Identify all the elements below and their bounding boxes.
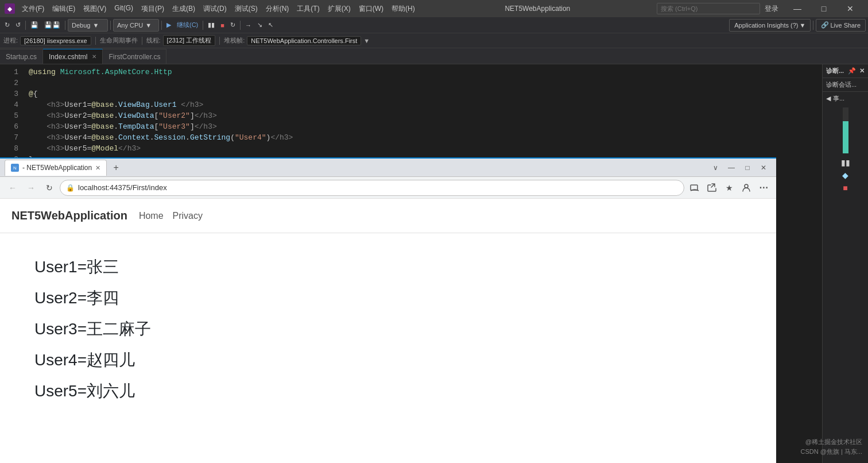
thread-value[interactable]: [2312] 工作线程 <box>163 35 216 46</box>
menu-window[interactable]: 窗口(W) <box>355 3 387 15</box>
toolbar-undo[interactable]: ↻ <box>2 19 12 32</box>
toolbar-save[interactable]: 💾 <box>28 19 41 32</box>
browser-panel: N - NET5WebApplication ✕ + ∨ — □ ✕ ← → ↻ <box>0 157 776 463</box>
menu-debug[interactable]: 调试(D) <box>200 3 230 15</box>
browser-content: NET5WebApplication Home Privacy User1=张三… <box>0 199 776 463</box>
menu-test[interactable]: 测试(S) <box>231 3 261 15</box>
browser-more-button[interactable]: ⋯ <box>755 180 772 196</box>
browser-add-tab[interactable]: + <box>109 161 123 175</box>
line-num-3: 3 <box>0 88 18 99</box>
stack-dropdown-arrow[interactable]: ▼ <box>363 37 370 44</box>
browser-address-bar[interactable]: 🔒 localhost:44375/First/index <box>60 180 684 196</box>
play-label[interactable]: 继续(C) <box>175 19 200 32</box>
tab-index[interactable]: Index.cshtml ✕ <box>43 49 103 64</box>
diag-pause-btn[interactable]: ▮▮ <box>841 158 850 167</box>
browser-share-icon[interactable] <box>704 180 720 196</box>
code-line-4: <h3>User1=@base.ViewBag.User1 </h3> <box>29 99 822 110</box>
menu-view[interactable]: 视图(V) <box>80 3 110 15</box>
browser-back-button[interactable]: ← <box>5 180 21 196</box>
webapp-nav-links: Home Privacy <box>139 211 203 221</box>
menu-help[interactable]: 帮助(H) <box>388 3 418 15</box>
sign-in-button[interactable]: 登录 <box>765 4 778 14</box>
stack-label: 堆栈帧: <box>224 36 245 45</box>
diag-diamond-btn[interactable]: ◆ <box>842 171 848 180</box>
toolbar-save-all[interactable]: 💾💾 <box>42 19 63 32</box>
code-container[interactable]: 1 2 3 4 5 6 7 8 9 @using Microsoft.AspNe… <box>0 64 822 157</box>
browser-window-controls: ∨ — □ ✕ <box>707 160 772 176</box>
stack-value[interactable]: NET5WebApplication.Controllers.First <box>247 36 361 45</box>
browser-close[interactable]: ✕ <box>755 160 772 176</box>
step-over[interactable]: → <box>243 19 254 32</box>
browser-favorite-icon[interactable]: ★ <box>721 180 737 196</box>
code-line-5: <h3>User2=@base.ViewData["User2"]</h3> <box>29 110 822 121</box>
step-into[interactable]: ↘ <box>255 19 265 32</box>
line-numbers: 1 2 3 4 5 6 7 8 9 <box>0 64 23 157</box>
code-line-7: <h3>User4=@base.Context.Session.GetStrin… <box>29 132 822 143</box>
diag-stop-btn[interactable]: ■ <box>843 183 847 192</box>
tab-startup[interactable]: Startup.cs <box>0 49 43 64</box>
menu-extensions[interactable]: 扩展(X) <box>324 3 354 15</box>
diag-bar-container <box>823 105 868 156</box>
browser-favicon: N <box>11 164 19 172</box>
diag-meter-fill <box>843 121 848 153</box>
live-share-icon: 🔗 <box>821 21 829 29</box>
tab-index-label: Index.cshtml <box>49 53 87 61</box>
browser-refresh-button[interactable]: ↻ <box>41 180 57 196</box>
line-num-8: 8 <box>0 143 18 154</box>
tab-firstcontroller[interactable]: FirstController.cs <box>103 49 166 64</box>
menu-analyze[interactable]: 分析(N) <box>262 3 293 15</box>
stop-btn[interactable]: ■ <box>218 19 227 32</box>
diag-actions: ▮▮ ◆ ■ <box>823 156 868 195</box>
close-button[interactable]: ✕ <box>837 0 863 17</box>
live-share-button[interactable]: 🔗 Live Share <box>816 19 866 32</box>
nav-privacy[interactable]: Privacy <box>173 211 203 221</box>
menu-git[interactable]: Git(G) <box>111 3 137 15</box>
browser-collapse[interactable]: ∨ <box>707 160 723 176</box>
pause-btn[interactable]: ▮▮ <box>206 19 217 32</box>
browser-minimize[interactable]: — <box>723 160 739 176</box>
minimize-button[interactable]: — <box>784 0 811 17</box>
browser-cast-icon[interactable] <box>687 180 703 196</box>
diag-expand-icon[interactable]: ◀ <box>826 95 831 102</box>
webapp-body: User1=张三 User2=李四 User3=王二麻子 User4=赵四儿 U… <box>0 233 776 434</box>
debug-mode-dropdown[interactable]: Debug ▼ <box>68 19 108 32</box>
window-controls: — □ ✕ <box>784 0 863 17</box>
vs-logo: ◆ <box>5 3 15 14</box>
menu-bar[interactable]: 文件(F) 编辑(E) 视图(V) Git(G) 项目(P) 生成(B) 调试(… <box>18 3 418 15</box>
restart-btn[interactable]: ↻ <box>228 19 238 32</box>
browser-account-icon[interactable] <box>738 180 754 196</box>
browser-tab-close[interactable]: ✕ <box>95 164 100 172</box>
continue-button[interactable]: ▶ <box>164 19 173 32</box>
tab-startup-label: Startup.cs <box>6 53 37 61</box>
browser-forward-button[interactable]: → <box>23 180 39 196</box>
maximize-button[interactable]: □ <box>811 0 837 17</box>
menu-file[interactable]: 文件(F) <box>18 3 48 15</box>
diag-pin-icon[interactable]: 📌 <box>848 67 856 75</box>
process-sep-3 <box>219 37 220 45</box>
browser-maximize[interactable]: □ <box>739 160 755 176</box>
menu-build[interactable]: 生成(B) <box>169 3 199 15</box>
search-input[interactable] <box>657 3 760 14</box>
user5-heading: User5=刘六儿 <box>34 380 742 402</box>
code-content[interactable]: @using Microsoft.AspNetCore.Http @{ <h3>… <box>23 64 822 157</box>
diag-close-icon[interactable]: ✕ <box>859 67 865 75</box>
menu-edit[interactable]: 编辑(E) <box>49 3 79 15</box>
main-toolbar: ↻ ↺ 💾 💾💾 Debug ▼ Any CPU ▼ ▶ 继续(C) ▮▮ ■ … <box>0 17 868 33</box>
diag-meter <box>843 107 848 153</box>
tabs-bar: Startup.cs Index.cshtml ✕ FirstControlle… <box>0 48 868 64</box>
step-out[interactable]: ↖ <box>266 19 276 32</box>
browser-tab-active[interactable]: N - NET5WebApplication ✕ <box>5 160 107 176</box>
tab-index-close[interactable]: ✕ <box>92 53 96 60</box>
code-line-2 <box>29 78 822 88</box>
process-value[interactable]: [26180] iisexpress.exe <box>20 36 91 45</box>
menu-tools[interactable]: 工具(T) <box>293 3 323 15</box>
lock-icon: 🔒 <box>66 184 75 192</box>
code-line-8: <h3>User5=@Model</h3> <box>29 143 822 154</box>
watermark-line2: CSDN @焦旗 | 马东... <box>800 447 862 457</box>
cpu-dropdown[interactable]: Any CPU ▼ <box>113 19 159 32</box>
nav-home[interactable]: Home <box>139 211 164 221</box>
application-insights-button[interactable]: Application Insights (?) ▼ <box>729 19 811 32</box>
toolbar-redo[interactable]: ↺ <box>13 19 23 32</box>
webapp-brand[interactable]: NET5WebApplication <box>11 209 127 222</box>
menu-project[interactable]: 项目(P) <box>138 3 168 15</box>
